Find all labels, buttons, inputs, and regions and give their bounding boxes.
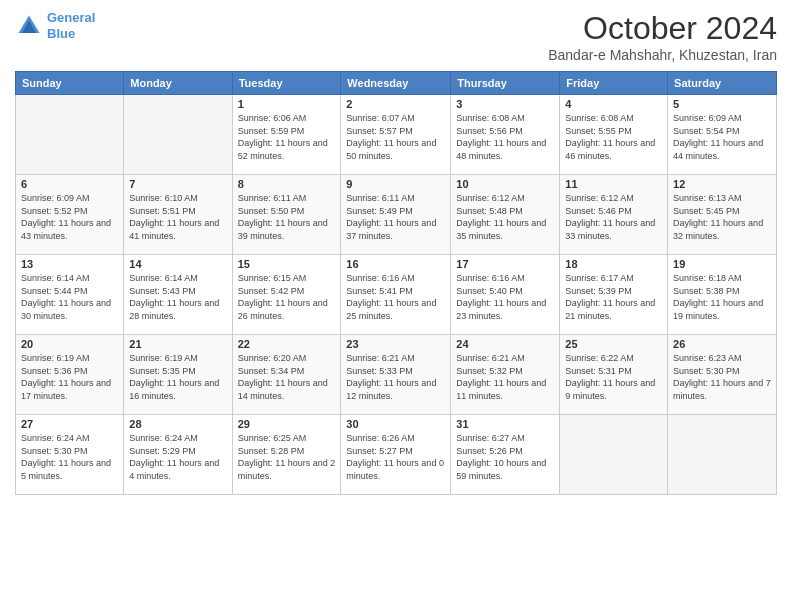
logo-text: General Blue <box>47 10 95 41</box>
calendar-week-2: 6Sunrise: 6:09 AM Sunset: 5:52 PM Daylig… <box>16 175 777 255</box>
calendar-cell: 9Sunrise: 6:11 AM Sunset: 5:49 PM Daylig… <box>341 175 451 255</box>
calendar-week-3: 13Sunrise: 6:14 AM Sunset: 5:44 PM Dayli… <box>16 255 777 335</box>
day-info: Sunrise: 6:16 AM Sunset: 5:41 PM Dayligh… <box>346 272 445 322</box>
calendar-cell: 10Sunrise: 6:12 AM Sunset: 5:48 PM Dayli… <box>451 175 560 255</box>
day-number: 31 <box>456 418 554 430</box>
calendar-cell: 2Sunrise: 6:07 AM Sunset: 5:57 PM Daylig… <box>341 95 451 175</box>
day-number: 1 <box>238 98 336 110</box>
day-info: Sunrise: 6:16 AM Sunset: 5:40 PM Dayligh… <box>456 272 554 322</box>
day-info: Sunrise: 6:14 AM Sunset: 5:43 PM Dayligh… <box>129 272 226 322</box>
calendar-cell: 30Sunrise: 6:26 AM Sunset: 5:27 PM Dayli… <box>341 415 451 495</box>
day-number: 14 <box>129 258 226 270</box>
day-info: Sunrise: 6:27 AM Sunset: 5:26 PM Dayligh… <box>456 432 554 482</box>
calendar-week-4: 20Sunrise: 6:19 AM Sunset: 5:36 PM Dayli… <box>16 335 777 415</box>
day-info: Sunrise: 6:09 AM Sunset: 5:52 PM Dayligh… <box>21 192 118 242</box>
calendar-cell: 8Sunrise: 6:11 AM Sunset: 5:50 PM Daylig… <box>232 175 341 255</box>
day-info: Sunrise: 6:12 AM Sunset: 5:46 PM Dayligh… <box>565 192 662 242</box>
day-info: Sunrise: 6:11 AM Sunset: 5:50 PM Dayligh… <box>238 192 336 242</box>
day-number: 29 <box>238 418 336 430</box>
day-info: Sunrise: 6:17 AM Sunset: 5:39 PM Dayligh… <box>565 272 662 322</box>
day-number: 25 <box>565 338 662 350</box>
calendar-cell: 29Sunrise: 6:25 AM Sunset: 5:28 PM Dayli… <box>232 415 341 495</box>
day-info: Sunrise: 6:19 AM Sunset: 5:36 PM Dayligh… <box>21 352 118 402</box>
weekday-header-wednesday: Wednesday <box>341 72 451 95</box>
day-number: 22 <box>238 338 336 350</box>
calendar-cell: 14Sunrise: 6:14 AM Sunset: 5:43 PM Dayli… <box>124 255 232 335</box>
day-info: Sunrise: 6:18 AM Sunset: 5:38 PM Dayligh… <box>673 272 771 322</box>
day-number: 11 <box>565 178 662 190</box>
header: General Blue October 2024 Bandar-e Mahsh… <box>15 10 777 63</box>
day-info: Sunrise: 6:09 AM Sunset: 5:54 PM Dayligh… <box>673 112 771 162</box>
day-number: 28 <box>129 418 226 430</box>
calendar-cell: 4Sunrise: 6:08 AM Sunset: 5:55 PM Daylig… <box>560 95 668 175</box>
day-info: Sunrise: 6:20 AM Sunset: 5:34 PM Dayligh… <box>238 352 336 402</box>
calendar-header-row: SundayMondayTuesdayWednesdayThursdayFrid… <box>16 72 777 95</box>
weekday-header-saturday: Saturday <box>668 72 777 95</box>
calendar-cell: 27Sunrise: 6:24 AM Sunset: 5:30 PM Dayli… <box>16 415 124 495</box>
calendar-cell: 6Sunrise: 6:09 AM Sunset: 5:52 PM Daylig… <box>16 175 124 255</box>
location-subtitle: Bandar-e Mahshahr, Khuzestan, Iran <box>548 47 777 63</box>
calendar-cell: 21Sunrise: 6:19 AM Sunset: 5:35 PM Dayli… <box>124 335 232 415</box>
day-info: Sunrise: 6:13 AM Sunset: 5:45 PM Dayligh… <box>673 192 771 242</box>
calendar-cell: 12Sunrise: 6:13 AM Sunset: 5:45 PM Dayli… <box>668 175 777 255</box>
calendar-cell: 11Sunrise: 6:12 AM Sunset: 5:46 PM Dayli… <box>560 175 668 255</box>
calendar-cell: 20Sunrise: 6:19 AM Sunset: 5:36 PM Dayli… <box>16 335 124 415</box>
day-number: 12 <box>673 178 771 190</box>
calendar-week-5: 27Sunrise: 6:24 AM Sunset: 5:30 PM Dayli… <box>16 415 777 495</box>
calendar-cell <box>668 415 777 495</box>
day-number: 13 <box>21 258 118 270</box>
calendar-cell: 28Sunrise: 6:24 AM Sunset: 5:29 PM Dayli… <box>124 415 232 495</box>
day-number: 8 <box>238 178 336 190</box>
day-number: 5 <box>673 98 771 110</box>
day-number: 26 <box>673 338 771 350</box>
calendar-week-1: 1Sunrise: 6:06 AM Sunset: 5:59 PM Daylig… <box>16 95 777 175</box>
day-info: Sunrise: 6:21 AM Sunset: 5:32 PM Dayligh… <box>456 352 554 402</box>
calendar-cell: 16Sunrise: 6:16 AM Sunset: 5:41 PM Dayli… <box>341 255 451 335</box>
day-number: 4 <box>565 98 662 110</box>
day-info: Sunrise: 6:21 AM Sunset: 5:33 PM Dayligh… <box>346 352 445 402</box>
day-info: Sunrise: 6:25 AM Sunset: 5:28 PM Dayligh… <box>238 432 336 482</box>
title-area: October 2024 Bandar-e Mahshahr, Khuzesta… <box>548 10 777 63</box>
day-number: 16 <box>346 258 445 270</box>
weekday-header-tuesday: Tuesday <box>232 72 341 95</box>
day-info: Sunrise: 6:15 AM Sunset: 5:42 PM Dayligh… <box>238 272 336 322</box>
weekday-header-monday: Monday <box>124 72 232 95</box>
calendar-cell: 3Sunrise: 6:08 AM Sunset: 5:56 PM Daylig… <box>451 95 560 175</box>
calendar-cell <box>560 415 668 495</box>
day-info: Sunrise: 6:08 AM Sunset: 5:56 PM Dayligh… <box>456 112 554 162</box>
weekday-header-sunday: Sunday <box>16 72 124 95</box>
calendar-cell: 24Sunrise: 6:21 AM Sunset: 5:32 PM Dayli… <box>451 335 560 415</box>
calendar-cell: 26Sunrise: 6:23 AM Sunset: 5:30 PM Dayli… <box>668 335 777 415</box>
day-info: Sunrise: 6:24 AM Sunset: 5:30 PM Dayligh… <box>21 432 118 482</box>
day-info: Sunrise: 6:08 AM Sunset: 5:55 PM Dayligh… <box>565 112 662 162</box>
day-number: 24 <box>456 338 554 350</box>
day-info: Sunrise: 6:14 AM Sunset: 5:44 PM Dayligh… <box>21 272 118 322</box>
day-info: Sunrise: 6:23 AM Sunset: 5:30 PM Dayligh… <box>673 352 771 402</box>
calendar-cell: 23Sunrise: 6:21 AM Sunset: 5:33 PM Dayli… <box>341 335 451 415</box>
day-info: Sunrise: 6:24 AM Sunset: 5:29 PM Dayligh… <box>129 432 226 482</box>
calendar-cell: 31Sunrise: 6:27 AM Sunset: 5:26 PM Dayli… <box>451 415 560 495</box>
day-number: 2 <box>346 98 445 110</box>
calendar-cell <box>124 95 232 175</box>
day-info: Sunrise: 6:06 AM Sunset: 5:59 PM Dayligh… <box>238 112 336 162</box>
calendar-cell: 7Sunrise: 6:10 AM Sunset: 5:51 PM Daylig… <box>124 175 232 255</box>
calendar-cell: 13Sunrise: 6:14 AM Sunset: 5:44 PM Dayli… <box>16 255 124 335</box>
day-number: 19 <box>673 258 771 270</box>
day-number: 30 <box>346 418 445 430</box>
weekday-header-thursday: Thursday <box>451 72 560 95</box>
calendar-cell: 18Sunrise: 6:17 AM Sunset: 5:39 PM Dayli… <box>560 255 668 335</box>
calendar-cell: 1Sunrise: 6:06 AM Sunset: 5:59 PM Daylig… <box>232 95 341 175</box>
day-number: 3 <box>456 98 554 110</box>
day-number: 23 <box>346 338 445 350</box>
day-number: 7 <box>129 178 226 190</box>
calendar-cell: 19Sunrise: 6:18 AM Sunset: 5:38 PM Dayli… <box>668 255 777 335</box>
month-title: October 2024 <box>548 10 777 47</box>
day-number: 20 <box>21 338 118 350</box>
day-number: 27 <box>21 418 118 430</box>
weekday-header-friday: Friday <box>560 72 668 95</box>
logo-line1: General <box>47 10 95 25</box>
calendar-cell: 15Sunrise: 6:15 AM Sunset: 5:42 PM Dayli… <box>232 255 341 335</box>
calendar-cell: 25Sunrise: 6:22 AM Sunset: 5:31 PM Dayli… <box>560 335 668 415</box>
day-number: 6 <box>21 178 118 190</box>
calendar-cell: 22Sunrise: 6:20 AM Sunset: 5:34 PM Dayli… <box>232 335 341 415</box>
